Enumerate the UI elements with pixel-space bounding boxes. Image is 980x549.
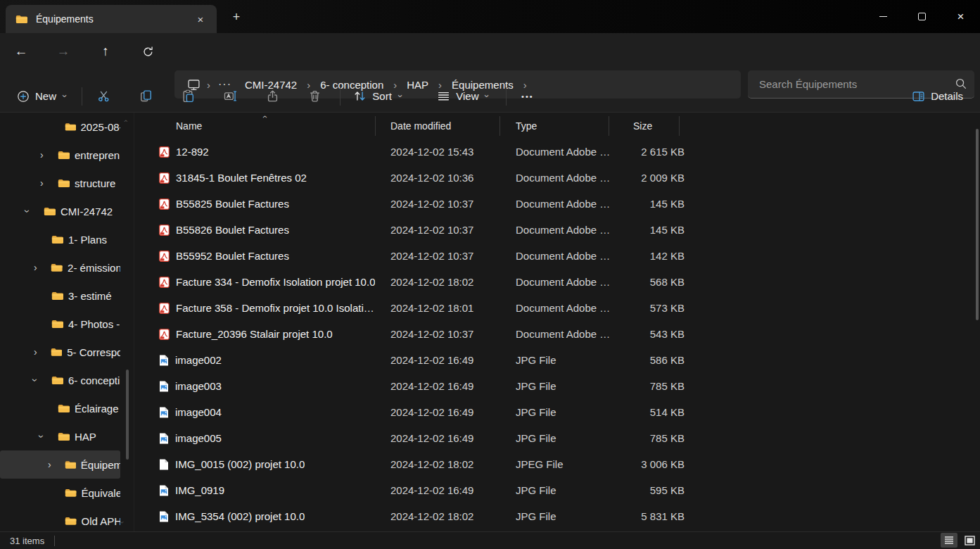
file-row[interactable]: IMG_0015 (002) projet 10.0 2024-12-02 18… (134, 451, 980, 477)
sidebar-item[interactable]: › CMI-24742 (0, 197, 120, 225)
tree-chevron-slot[interactable]: › (38, 431, 58, 442)
sidebar-item[interactable]: › structure (0, 169, 120, 197)
sidebar-item[interactable]: › 2- émission (0, 253, 120, 282)
new-tab-button[interactable]: + (227, 7, 246, 27)
cut-button[interactable] (89, 84, 117, 109)
file-type: JPG File (509, 510, 618, 522)
column-header-name[interactable]: Name (159, 120, 383, 132)
maximize-button[interactable] (903, 0, 941, 33)
plus-circle-icon (17, 90, 30, 103)
file-name: Facture 334 - Demofix Isolation projet 1… (176, 276, 375, 288)
sidebar-item[interactable]: Équivale (0, 479, 120, 507)
file-size: 2 009 KB (618, 172, 685, 184)
tree-chevron-slot[interactable]: › (32, 262, 51, 273)
toolbar-separator (506, 87, 507, 106)
sidebar-item[interactable]: 4- Photos - (0, 310, 120, 338)
column-separator[interactable] (609, 116, 609, 136)
sidebar-item[interactable]: 2025-08- (0, 113, 120, 141)
maximize-icon (918, 13, 926, 20)
sidebar-item[interactable]: Old APH (0, 507, 120, 531)
file-row[interactable]: IMG_5354 (002) projet 10.0 2024-12-02 18… (134, 503, 980, 529)
view-button-label: View (456, 90, 478, 102)
sidebar-item[interactable]: 3- estimé (0, 282, 120, 310)
delete-button[interactable] (300, 84, 329, 109)
file-row[interactable]: image004 2024-12-02 16:49 JPG File 514 K… (134, 399, 980, 425)
tree-chevron-slot[interactable]: › (38, 177, 58, 189)
file-name-cell: Facture 358 - Demofix projet 10.0 Isolat… (159, 302, 383, 314)
minimize-button[interactable] (864, 0, 903, 33)
file-date-modified: 2024-12-02 18:02 (383, 276, 509, 288)
sidebar-item[interactable]: › 5- Correspo (0, 338, 120, 366)
file-row[interactable]: Facture 334 - Demofix Isolation projet 1… (134, 269, 980, 295)
thumbnail-view-toggle[interactable] (961, 533, 978, 548)
tree-chevron-slot[interactable]: › (24, 206, 44, 217)
details-view-toggle[interactable] (941, 533, 957, 548)
tab-close-icon[interactable]: × (191, 10, 210, 28)
jpg-file-icon (159, 381, 169, 392)
column-header-size[interactable]: Size (618, 120, 685, 132)
pdf-file-icon (159, 277, 170, 288)
view-toggles (941, 533, 978, 548)
file-name: Facture 358 - Demofix projet 10.0 Isolat… (176, 302, 374, 314)
file-row[interactable]: 12-892 2024-12-02 15:43 Document Adobe …… (134, 139, 980, 165)
titlebar: Équipements × + × (0, 0, 980, 33)
more-options-button[interactable]: ••• (514, 84, 542, 109)
file-type: Document Adobe … (509, 302, 618, 314)
column-separator[interactable] (499, 116, 500, 136)
file-name-cell: 12-892 (159, 146, 383, 158)
back-button[interactable]: ← (7, 37, 35, 65)
refresh-button[interactable] (134, 37, 162, 65)
file-list-scrollbar[interactable] (976, 129, 979, 320)
file-date-modified: 2024-12-02 10:37 (383, 198, 509, 210)
file-row[interactable]: B55952 Boulet Factures 2024-12-02 10:37 … (134, 243, 980, 269)
sidebar-item[interactable]: › Équipem (0, 450, 120, 479)
file-date-modified: 2024-12-02 10:36 (383, 172, 509, 184)
copy-button[interactable] (132, 84, 160, 109)
column-header-date-modified[interactable]: Date modified (383, 120, 509, 132)
tree-chevron-slot[interactable]: › (46, 459, 65, 470)
file-row[interactable]: IMG_0919 2024-12-02 16:49 JPG File 595 K… (134, 477, 980, 503)
chevron-icon: › (22, 210, 33, 213)
sidebar-scroll-down-icon[interactable]: › (118, 521, 127, 524)
file-type: Document Adobe … (509, 172, 618, 184)
navigation-bar: ← → ↑ › ··· CMI-24742 › (0, 33, 980, 80)
tree-chevron-slot[interactable]: › (38, 149, 58, 160)
sidebar-scrollbar[interactable] (126, 370, 129, 460)
sidebar-item[interactable]: › 6- concepti (0, 366, 120, 394)
file-row[interactable]: Facture_20396 Stalair projet 10.0 2024-1… (134, 321, 980, 347)
file-size: 3 006 KB (618, 458, 685, 470)
tree-chevron-slot[interactable]: › (32, 374, 51, 386)
tab-equipements[interactable]: Équipements × (6, 5, 217, 33)
file-row[interactable]: B55826 Boulet Factures 2024-12-02 10:37 … (134, 217, 980, 243)
file-row[interactable]: B55825 Boulet Factures 2024-12-02 10:37 … (134, 191, 980, 217)
file-row[interactable]: 31845-1 Boulet Fenêtres 02 2024-12-02 10… (134, 165, 980, 191)
file-date-modified: 2024-12-02 16:49 (383, 354, 509, 366)
column-separator[interactable] (375, 116, 376, 136)
up-button[interactable]: ↑ (91, 37, 120, 65)
column-separator[interactable] (679, 116, 680, 136)
sidebar-item[interactable]: › entrepren (0, 141, 120, 169)
forward-button[interactable]: → (49, 37, 77, 65)
column-header-type[interactable]: Type (509, 120, 618, 132)
sidebar-item[interactable]: Éclairage (0, 394, 120, 422)
paste-button[interactable] (174, 84, 202, 109)
jpg-file-icon (159, 433, 169, 444)
file-row[interactable]: image005 2024-12-02 16:49 JPG File 785 K… (134, 425, 980, 451)
minimize-icon (879, 16, 887, 17)
new-button[interactable]: New › (10, 84, 73, 109)
file-row[interactable]: image003 2024-12-02 16:49 JPG File 785 K… (134, 373, 980, 399)
close-button[interactable]: × (941, 0, 980, 33)
view-button[interactable]: View › (430, 84, 496, 109)
details-pane-button[interactable]: Details (905, 84, 970, 109)
rename-button[interactable] (216, 84, 244, 109)
sort-button[interactable]: Sort › (346, 84, 409, 109)
tree-chevron-slot[interactable]: › (32, 346, 51, 358)
file-name: image005 (175, 432, 222, 444)
column-headers: › Name Date modified Type Size (134, 113, 980, 139)
sidebar-scroll-up-icon[interactable]: › (121, 120, 129, 122)
sidebar-item[interactable]: 1- Plans (0, 225, 120, 253)
file-row[interactable]: image002 2024-12-02 16:49 JPG File 586 K… (134, 347, 980, 373)
sidebar-item[interactable]: › HAP (0, 422, 120, 450)
file-row[interactable]: Facture 358 - Demofix projet 10.0 Isolat… (134, 295, 980, 321)
share-button[interactable] (258, 84, 286, 109)
